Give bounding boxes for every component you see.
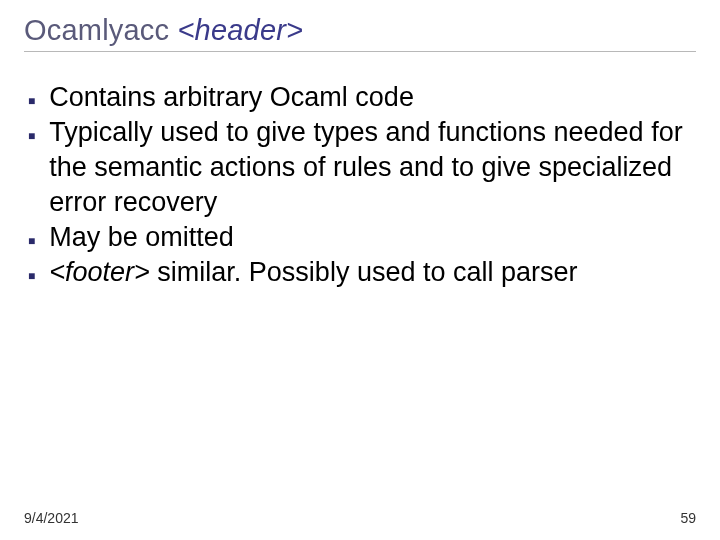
bullet-icon: ■ <box>28 129 35 145</box>
bullet-list: ■ Contains arbitrary Ocaml code ■ Typica… <box>24 80 696 291</box>
list-item: ■ May be omitted <box>28 220 696 255</box>
slide-title: Ocamlyacc <header> <box>24 14 696 52</box>
bullet-text: May be omitted <box>49 220 696 255</box>
bullet-icon: ■ <box>28 269 35 285</box>
title-italic: <header> <box>177 14 303 46</box>
footer-date: 9/4/2021 <box>24 510 79 526</box>
list-item: ■ <footer> similar. Possibly used to cal… <box>28 255 696 290</box>
footer-page-number: 59 <box>680 510 696 526</box>
list-item: ■ Typically used to give types and funct… <box>28 115 696 220</box>
bullet-text: <footer> similar. Possibly used to call … <box>49 255 696 290</box>
bullet-remainder: similar. Possibly used to call parser <box>150 257 578 287</box>
bullet-text: Contains arbitrary Ocaml code <box>49 80 696 115</box>
list-item: ■ Contains arbitrary Ocaml code <box>28 80 696 115</box>
bullet-italic-prefix: <footer> <box>49 257 150 287</box>
bullet-icon: ■ <box>28 234 35 250</box>
bullet-text: Typically used to give types and functio… <box>49 115 696 220</box>
title-plain: Ocamlyacc <box>24 14 177 46</box>
bullet-icon: ■ <box>28 94 35 110</box>
slide-footer: 9/4/2021 59 <box>24 510 696 526</box>
